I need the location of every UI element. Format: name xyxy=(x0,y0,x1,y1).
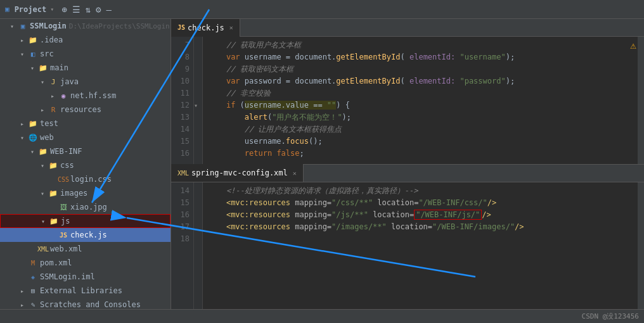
toolbar-dropdown-icon[interactable]: ▾ xyxy=(50,6,54,13)
webxml-file-icon: XML xyxy=(38,244,48,254)
java-folder-icon: J xyxy=(48,77,58,87)
minimize-icon[interactable]: — xyxy=(105,3,113,16)
line-numbers-bottom: 14 15 16 17 18 xyxy=(171,182,194,310)
main-folder-icon: 📁 xyxy=(38,63,48,73)
tab-close-xml[interactable]: ✕ xyxy=(293,170,297,177)
tree-item-web[interactable]: ▾ 🌐 web xyxy=(0,130,171,144)
code-bottom[interactable]: <!--处理对静态资源的请求（虚拟路径，真实路径）--> <mvc:resour… xyxy=(203,182,638,310)
sidebar-tree: ▾ ▣ SSMLogin D:\IdeaProjects\SSMLogin ▸ … xyxy=(0,19,171,309)
line-numbers-top: 7 8 9 10 11 12 13 14 15 16 xyxy=(171,37,194,164)
images-folder-icon: 📁 xyxy=(48,188,58,198)
editor-pane-top: ⚠ 7 8 9 10 11 12 13 14 15 16 xyxy=(171,37,644,164)
scrollbar-top[interactable] xyxy=(638,37,644,164)
editor-tabs-top: JS check.js ✕ xyxy=(171,19,644,37)
tree-label-css: css xyxy=(60,161,74,170)
pom-file-icon: M xyxy=(28,258,38,268)
tree-item-package[interactable]: ▸ ◉ net.hf.ssm xyxy=(0,89,171,103)
scrollbar-bottom[interactable] xyxy=(638,182,644,310)
tree-item-src[interactable]: ▾ ◧ src xyxy=(0,47,171,61)
css-file-icon: CSS xyxy=(58,174,68,184)
tree-item-checkjs[interactable]: ▸ JS check.js xyxy=(0,228,171,242)
js-folder-icon: 📁 xyxy=(49,216,59,226)
tree-item-test[interactable]: ▸ 📁 test xyxy=(0,117,171,130)
project-folder-icon: ▣ xyxy=(18,21,28,31)
collapse-icon[interactable]: ☰ xyxy=(71,3,82,16)
tree-item-css[interactable]: ▾ 📁 css xyxy=(0,158,171,172)
tree-item-java[interactable]: ▾ J java xyxy=(0,75,171,89)
tree-label-images: images xyxy=(60,189,87,198)
tree-item-ssm-login[interactable]: ▾ ▣ SSMLogin D:\IdeaProjects\SSMLogin xyxy=(0,19,171,33)
scratches-icon: ✎ xyxy=(28,300,38,309)
tree-label-web: web xyxy=(40,133,54,142)
warning-icon: ⚠ xyxy=(630,39,636,51)
tree-label-main: main xyxy=(50,63,68,72)
js-file-icon: JS xyxy=(58,230,68,240)
test-folder-icon: 📁 xyxy=(28,118,38,129)
tree-item-logincss[interactable]: ▸ CSS login.css xyxy=(0,172,171,186)
code-top[interactable]: // 获取用户名文本框 var username = document.getE… xyxy=(203,37,638,164)
tree-label-webxml: web.xml xyxy=(50,244,82,253)
tree-item-resources[interactable]: ▸ R resources xyxy=(0,103,171,117)
tree-item-pomxml[interactable]: ▸ M pom.xml xyxy=(0,256,171,270)
tree-item-extlibs[interactable]: ▸ ⊞ External Libraries xyxy=(0,284,171,298)
tab-close-checkjs[interactable]: ✕ xyxy=(229,24,233,31)
tab-js-icon: JS xyxy=(177,24,185,31)
tree-label-test: test xyxy=(40,119,58,128)
tree-item-xiaojpg[interactable]: ▸ 🖼 xiao.jpg xyxy=(0,200,171,214)
tree-item-images[interactable]: ▾ 📁 images xyxy=(0,186,171,200)
sidebar: ▾ ▣ SSMLogin D:\IdeaProjects\SSMLogin ▸ … xyxy=(0,19,171,309)
tree-label-idea: .idea xyxy=(40,35,63,44)
tab-xml-icon: XML xyxy=(177,170,189,177)
package-icon: ◉ xyxy=(58,91,68,101)
src-folder-icon: ◧ xyxy=(28,49,38,59)
tree-label-java: java xyxy=(60,77,79,86)
tree-item-ssmlginiml[interactable]: ▸ ◈ SSMLogin.iml xyxy=(0,270,171,284)
tree-label-xiaojpg: xiao.jpg xyxy=(70,203,107,212)
tree-item-webinf[interactable]: ▾ 📁 WEB-INF xyxy=(0,144,171,158)
tree-label-src: src xyxy=(40,49,54,58)
tree-label-package: net.hf.ssm xyxy=(70,91,116,100)
settings-icon[interactable]: ⚙ xyxy=(94,3,102,16)
webinf-folder-icon: 📁 xyxy=(38,146,48,156)
image-file-icon: 🖼 xyxy=(58,202,68,212)
editor-tabs-bottom: XML spring-mvc-config.xml ✕ xyxy=(171,165,644,182)
idea-folder-icon: 📁 xyxy=(28,35,38,45)
tree-label-pomxml: pom.xml xyxy=(40,258,72,267)
tab-spring-xml-label: spring-mvc-config.xml xyxy=(191,168,288,177)
tab-spring-xml[interactable]: XML spring-mvc-config.xml ✕ xyxy=(171,164,304,182)
status-bar: CSDN @没123456 xyxy=(0,309,644,323)
watermark-text: CSDN @没123456 xyxy=(582,312,639,321)
css-folder-icon: 📁 xyxy=(48,160,58,170)
editor-pane-bottom: 14 15 16 17 18 <!--处理对静态资源的请求（虚拟路径，真实路径）… xyxy=(171,182,644,310)
tree-label-resources: resources xyxy=(60,105,101,114)
tree-label-checkjs: check.js xyxy=(70,231,107,239)
fold-gutter-top: ▾ xyxy=(194,37,203,164)
toolbar-left: ▣ Project ▾ ⊕ ☰ ⇅ ⚙ — xyxy=(5,3,176,16)
tree-label-scratches: Scratches and Consoles xyxy=(40,300,141,309)
tree-item-idea[interactable]: ▸ 📁 .idea xyxy=(0,33,171,47)
resources-folder-icon: R xyxy=(48,104,58,115)
sort-icon[interactable]: ⇅ xyxy=(84,3,92,16)
tree-label-js: js xyxy=(61,217,70,225)
project-icon: ▣ xyxy=(5,5,10,13)
tree-item-js[interactable]: ▾ 📁 js xyxy=(0,214,171,228)
tab-check-js[interactable]: JS check.js ✕ xyxy=(171,19,240,37)
tree-root-path: D:\IdeaProjects\SSMLogin xyxy=(69,22,170,30)
tree-label-extlibs: External Libraries xyxy=(40,286,122,295)
tree-item-scratches[interactable]: ▸ ✎ Scratches and Consoles xyxy=(0,298,171,309)
locate-icon[interactable]: ⊕ xyxy=(60,3,68,16)
tree-label-logincss: login.css xyxy=(70,175,112,184)
tab-check-js-label: check.js xyxy=(188,23,224,32)
main-container: ▾ ▣ SSMLogin D:\IdeaProjects\SSMLogin ▸ … xyxy=(0,19,644,309)
tree-label-ssmlginiml: SSMLogin.iml xyxy=(40,272,95,281)
toolbar-icons: ⊕ ☰ ⇅ ⚙ — xyxy=(60,3,113,16)
fold-gutter-bottom xyxy=(194,182,203,310)
tree-item-webxml[interactable]: ▸ XML web.xml xyxy=(0,242,171,256)
web-folder-icon: 🌐 xyxy=(28,132,38,142)
tree-item-main[interactable]: ▾ 📁 main xyxy=(0,61,171,75)
editor-panes: ⚠ 7 8 9 10 11 12 13 14 15 16 xyxy=(171,37,644,309)
tree-label-webinf: WEB-INF xyxy=(50,147,82,156)
editor-area: JS check.js ✕ ⚠ 7 8 9 10 11 12 13 14 xyxy=(171,19,644,309)
extlibs-icon: ⊞ xyxy=(28,286,38,296)
toolbar: ▣ Project ▾ ⊕ ☰ ⇅ ⚙ — xyxy=(0,0,644,19)
